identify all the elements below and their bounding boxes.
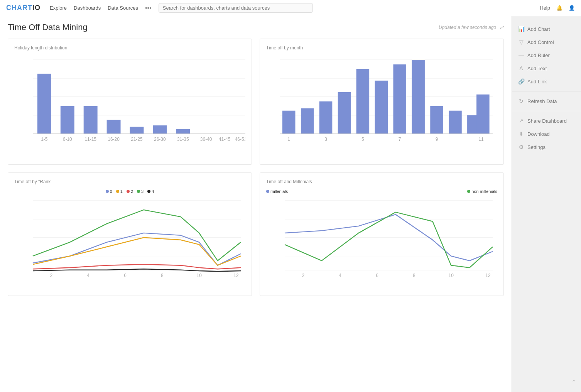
- refresh-icon: ↻: [518, 98, 524, 104]
- notifications-icon[interactable]: 🔔: [556, 5, 562, 11]
- sidebar: 📊 Add Chart ▽ Add Control — Add Ruler A …: [512, 16, 581, 392]
- svg-text:1-5: 1-5: [41, 137, 48, 142]
- chart-svg-rank: 2 4 6 8 10 12: [14, 196, 245, 289]
- search-input[interactable]: [159, 3, 313, 13]
- svg-text:12: 12: [485, 272, 491, 278]
- legend-non-millenials: non millenials: [467, 189, 497, 194]
- charts-grid: Holiday length distribution: [8, 39, 504, 296]
- top-nav: CHARTIO Explore Dashboards Data Sources …: [0, 0, 581, 16]
- svg-rect-23: [319, 101, 333, 134]
- svg-text:46-51: 46-51: [235, 137, 245, 142]
- main-wrapper: Time Off Data Mining Updated a few secon…: [0, 16, 581, 392]
- add-ruler-icon: —: [518, 52, 524, 58]
- svg-text:11-15: 11-15: [84, 137, 96, 142]
- chart-title-rank: Time off by "Rank": [14, 179, 245, 184]
- svg-text:11: 11: [478, 137, 484, 142]
- sidebar-add-text[interactable]: A Add Text: [512, 62, 581, 75]
- download-label: Download: [527, 131, 550, 137]
- chart-svg-holiday: 1-5 6-10 11-15 16-20 21-25 26-30 31-35 3…: [14, 55, 245, 157]
- svg-text:4: 4: [87, 272, 90, 278]
- bar-6: [153, 125, 167, 134]
- nav-explore[interactable]: Explore: [50, 5, 67, 11]
- main-content: Time Off Data Mining Updated a few secon…: [0, 16, 512, 392]
- legend-1: 1: [116, 189, 123, 194]
- svg-rect-30: [449, 111, 462, 134]
- legend-3: 3: [137, 189, 144, 194]
- svg-text:16-20: 16-20: [108, 137, 120, 142]
- chart-title-holiday: Holiday length distribution: [14, 45, 245, 51]
- svg-rect-22: [301, 108, 314, 134]
- svg-text:6: 6: [124, 272, 127, 278]
- svg-text:41-45: 41-45: [219, 137, 231, 142]
- svg-text:5: 5: [361, 137, 364, 142]
- dashboard-meta: Updated a few seconds ago ⤢: [439, 24, 504, 30]
- add-text-label: Add Text: [527, 66, 547, 71]
- svg-text:21-25: 21-25: [131, 137, 143, 142]
- svg-text:2: 2: [50, 272, 53, 278]
- add-control-icon: ▽: [518, 39, 524, 45]
- settings-icon: ⚙: [518, 144, 524, 150]
- sidebar-add-chart[interactable]: 📊 Add Chart: [512, 22, 581, 35]
- svg-text:26-30: 26-30: [154, 137, 166, 142]
- user-icon[interactable]: 👤: [569, 5, 575, 11]
- add-control-label: Add Control: [527, 39, 554, 45]
- legend-2: 2: [127, 189, 133, 194]
- dashboard-header: Time Off Data Mining Updated a few secon…: [8, 22, 504, 32]
- svg-text:12: 12: [233, 272, 239, 278]
- logo[interactable]: CHARTIO: [6, 4, 41, 12]
- svg-text:4: 4: [339, 272, 341, 278]
- sidebar-divider-2: [512, 111, 581, 111]
- millenials-legend: millenials non millenials: [266, 189, 497, 194]
- svg-rect-27: [393, 64, 406, 134]
- sidebar-add-ruler[interactable]: — Add Ruler: [512, 49, 581, 62]
- download-icon: ⬇: [518, 131, 524, 137]
- nav-dashboards[interactable]: Dashboards: [74, 5, 101, 11]
- legend-0: 0: [106, 189, 112, 194]
- help-link[interactable]: Help: [540, 5, 550, 11]
- legend-4: 4: [147, 189, 154, 194]
- chart-svg-millenials: 2 4 6 8 10 12: [266, 196, 497, 289]
- add-link-label: Add Link: [527, 79, 547, 84]
- sidebar-share[interactable]: ↗ Share Dashboard: [512, 114, 581, 127]
- sidebar-add-link[interactable]: 🔗 Add Link: [512, 75, 581, 88]
- chart-holiday-length: Holiday length distribution: [8, 39, 252, 165]
- share-icon: ↗: [518, 118, 524, 124]
- svg-rect-24: [338, 92, 351, 134]
- sidebar-add-control[interactable]: ▽ Add Control: [512, 35, 581, 49]
- share-label: Share Dashboard: [527, 118, 567, 124]
- svg-text:6-10: 6-10: [63, 137, 72, 142]
- add-chart-label: Add Chart: [527, 26, 550, 32]
- bar-5: [130, 127, 144, 134]
- rank-legend: 0 1 2 3 4: [14, 189, 245, 194]
- chart-title-month: Time off by month: [266, 45, 497, 51]
- legend-millenials: millenials: [266, 189, 288, 194]
- add-link-icon: 🔗: [518, 78, 524, 84]
- refresh-label: Refresh Data: [527, 98, 557, 104]
- bar-3: [84, 106, 98, 134]
- svg-text:7: 7: [399, 137, 401, 142]
- svg-text:31-35: 31-35: [177, 137, 189, 142]
- svg-text:1: 1: [287, 137, 290, 142]
- bar-4: [107, 120, 121, 134]
- sidebar-collapse[interactable]: »: [512, 375, 581, 386]
- bar-2: [61, 106, 74, 134]
- svg-text:3: 3: [324, 137, 327, 142]
- nav-datasources[interactable]: Data Sources: [108, 5, 138, 11]
- svg-rect-21: [282, 111, 296, 134]
- sidebar-settings[interactable]: ⚙ Settings: [512, 140, 581, 154]
- chart-svg-month: 1 3 5 7 9 11: [266, 55, 497, 157]
- sidebar-refresh[interactable]: ↻ Refresh Data: [512, 95, 581, 108]
- dashboard-title: Time Off Data Mining: [8, 22, 88, 32]
- nav-right: Help 🔔 👤: [540, 5, 575, 11]
- bar-7: [176, 129, 190, 134]
- chart-title-millenials: Time off and Millenials: [266, 179, 497, 184]
- nav-more[interactable]: •••: [145, 5, 152, 12]
- svg-text:10: 10: [449, 272, 454, 278]
- expand-icon[interactable]: ⤢: [499, 24, 504, 30]
- svg-text:9: 9: [436, 137, 438, 142]
- svg-rect-29: [430, 106, 443, 134]
- sidebar-download[interactable]: ⬇ Download: [512, 127, 581, 140]
- svg-rect-25: [356, 69, 370, 134]
- bar-1: [37, 74, 51, 134]
- chart-millenials: Time off and Millenials millenials non m…: [260, 172, 504, 296]
